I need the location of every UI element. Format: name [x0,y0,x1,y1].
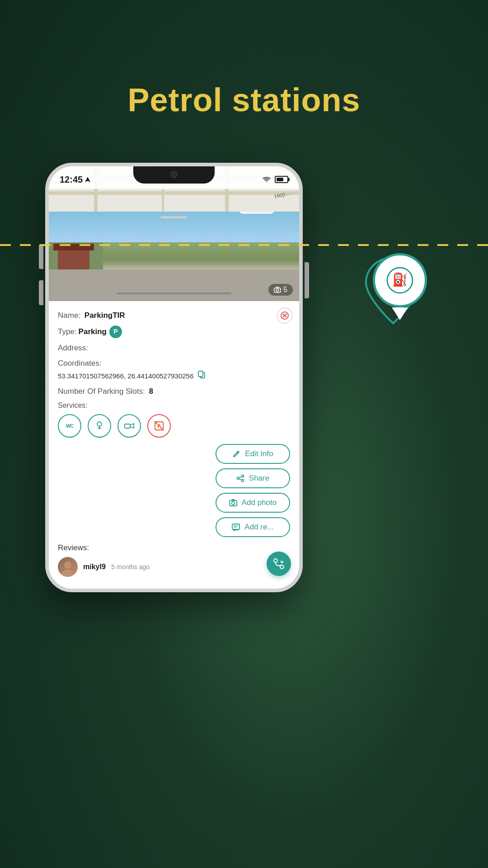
share-icon [236,474,244,482]
svg-marker-2 [85,177,90,182]
share-button[interactable]: Share [216,468,290,488]
camera-icon [229,499,237,507]
name-row: Name: ParkingTIR [58,310,290,321]
review-item[interactable]: mikyl9 5 months ago [58,557,290,577]
svg-point-24 [231,502,235,505]
svg-point-29 [61,570,74,577]
service-nofire-icon[interactable]: 🔥 [147,414,171,438]
phone-button-volume-down [39,280,43,305]
location-indicator [84,176,91,183]
svg-point-10 [97,422,102,426]
parking-type-badge: P [109,326,122,338]
page-title: Petrol stations [0,0,488,118]
address-row: Address: [58,343,290,354]
service-wc-icon[interactable]: WC [58,414,81,438]
reviews-label: Reviews: [58,543,290,552]
phone-notch [133,166,215,184]
reviewer-name: mikyl9 [83,563,106,571]
edit-info-button[interactable]: Edit Info [216,444,290,464]
wifi-icon [262,176,271,183]
road-surface [49,269,299,301]
battery-fill [277,178,283,181]
battery-icon [275,176,288,183]
svg-text:⛽: ⛽ [392,272,408,287]
edit-icon [232,450,240,458]
svg-marker-14 [130,424,134,428]
building [58,249,89,269]
dashed-line [0,244,488,246]
add-review-button[interactable]: Add re... [216,517,290,537]
phone-button-power [305,262,309,298]
camera-icon-small [274,287,281,293]
svg-line-21 [239,476,241,478]
svg-point-20 [237,477,239,480]
svg-point-30 [274,559,277,562]
status-time: 12:45 [60,175,91,185]
svg-rect-9 [198,371,203,377]
svg-text:🔥: 🔥 [157,424,162,429]
service-telephone-icon[interactable] [88,414,111,438]
add-photo-button[interactable]: Add photo [216,493,290,513]
photo-ground [49,242,299,301]
services-icons: WC [58,414,290,438]
svg-point-18 [241,475,244,477]
status-icons [262,176,288,183]
route-icon [273,558,285,570]
svg-point-19 [241,480,244,482]
phone-screen: 12:45 [45,163,303,592]
services-row: Services: WC [58,401,290,438]
location-pin-icon: ⛽ [366,253,434,330]
coordinates-label-row: Coordinates: [58,358,290,369]
reviewer-avatar [58,557,78,577]
copy-coordinates-button[interactable] [197,370,206,382]
road-marking [117,292,231,294]
svg-rect-25 [232,524,239,529]
reviewer-info: mikyl9 5 months ago [83,563,150,571]
fuel-icon: ⛽ [386,267,413,294]
phone-mockup: 12:45 [45,163,303,592]
type-row: Type: Parking P [58,326,290,338]
parking-slots-row: Number Of Parking Slots: 8 [58,386,290,397]
svg-rect-13 [125,424,130,428]
info-panel: Name: ParkingTIR Type: Parking P Address… [49,301,299,589]
phone-button-volume-up [39,244,43,269]
fab-route-button[interactable] [267,552,291,576]
review-icon [232,523,240,531]
front-camera [170,171,178,178]
service-camera-icon[interactable] [117,414,141,438]
svg-point-4 [276,289,279,292]
coordinates-row: 53.341701507562966, 26.441400527930256 [58,370,290,382]
scroll-handle [160,216,188,218]
svg-line-22 [239,479,241,480]
action-buttons: Edit Info Share [58,444,290,537]
review-time: 5 months ago [111,563,150,571]
reviews-section: Reviews: mikyl9 5 months ago [58,543,290,577]
close-button[interactable] [277,307,293,324]
svg-point-28 [64,561,71,569]
photo-counter: 5 [268,284,293,296]
